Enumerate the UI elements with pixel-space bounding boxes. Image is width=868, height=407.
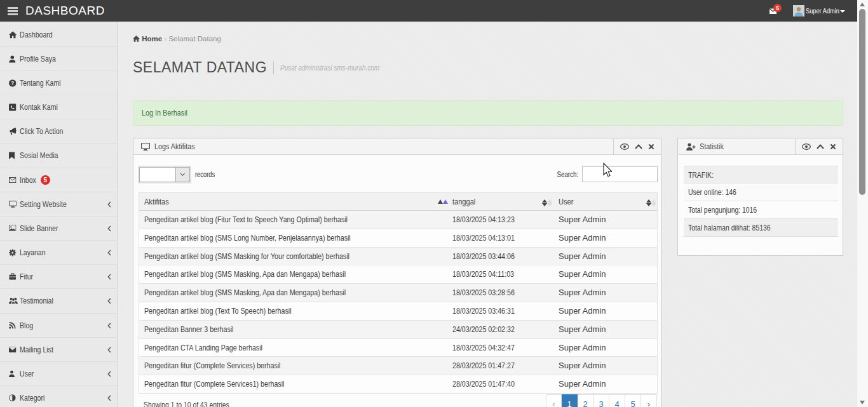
- svg-text:?: ?: [11, 81, 14, 86]
- svg-text:5: 5: [776, 5, 779, 11]
